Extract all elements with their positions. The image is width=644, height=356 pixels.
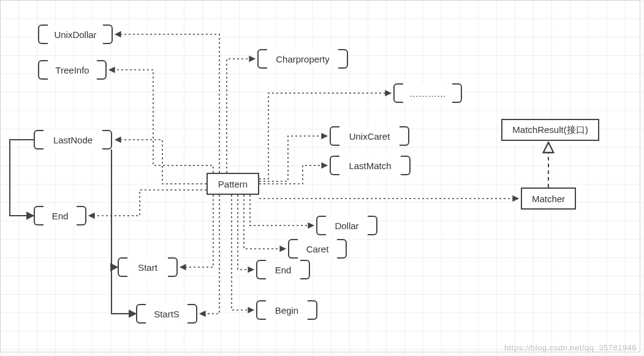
node-label: Caret [306, 244, 329, 254]
node-label: Start [138, 262, 157, 273]
node-label: Dollar [335, 221, 358, 231]
node-label: Begin [275, 305, 298, 316]
node-label: TreeInfo [55, 65, 89, 75]
node-charproperty[interactable]: Charproperty [257, 49, 348, 69]
node-end[interactable]: End [34, 206, 86, 225]
node-label: UnixCaret [349, 131, 390, 142]
node-label: MatchResult(接口) [512, 124, 588, 136]
node-pattern[interactable]: Pattern [206, 173, 259, 195]
node-label: ………… [409, 88, 446, 99]
node-ellipsis[interactable]: ………… [393, 83, 462, 103]
node-label: UnixDollar [54, 29, 96, 40]
node-unixcaret[interactable]: UnixCaret [330, 126, 409, 146]
node-label: StartS [154, 309, 180, 319]
node-caret[interactable]: Caret [288, 239, 347, 259]
node-lastnode[interactable]: LastNode [34, 130, 112, 150]
watermark: https://blog.csdn.net/qq_35781946 [504, 343, 637, 352]
node-label: End [275, 265, 292, 275]
node-label: LastMatch [349, 161, 391, 171]
node-treeinfo[interactable]: TreeInfo [38, 60, 107, 80]
node-label: Matcher [532, 194, 565, 204]
node-start[interactable]: Start [118, 257, 178, 277]
node-label: End [52, 211, 69, 221]
node-label: Pattern [218, 179, 248, 189]
node-dollar[interactable]: Dollar [316, 216, 377, 235]
node-label: LastNode [53, 135, 93, 145]
node-matchresult[interactable]: MatchResult(接口) [501, 119, 599, 141]
node-starts[interactable]: StartS [136, 304, 197, 324]
node-lastmatch[interactable]: LastMatch [330, 156, 411, 175]
node-begin[interactable]: Begin [256, 300, 317, 320]
node-end2[interactable]: End [256, 260, 310, 279]
node-matcher[interactable]: Matcher [521, 187, 576, 210]
node-unixdollar[interactable]: UnixDollar [38, 25, 113, 44]
node-label: Charproperty [276, 54, 330, 64]
